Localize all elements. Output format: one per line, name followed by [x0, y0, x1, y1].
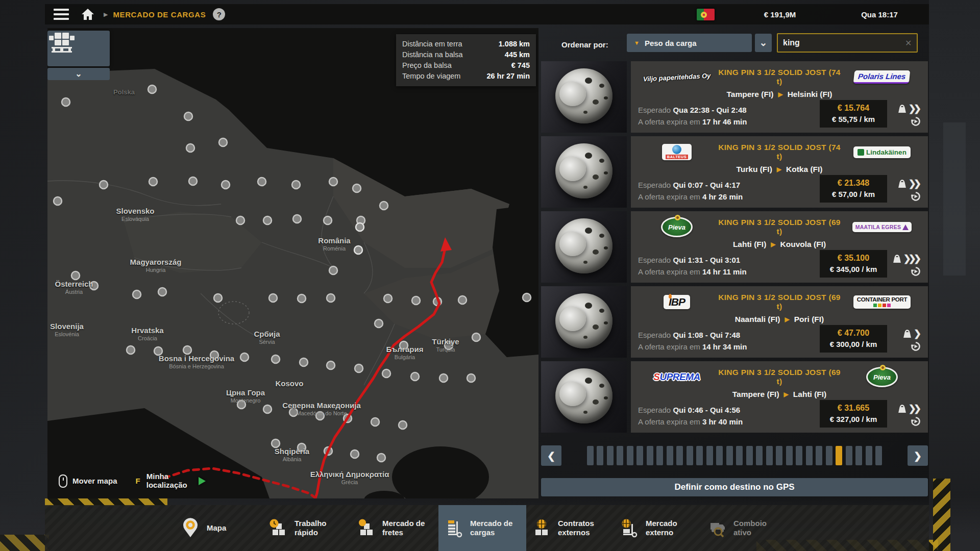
- my-location-icon: [199, 477, 206, 485]
- nav-item-external-market[interactable]: Mercado externo: [614, 505, 702, 551]
- offer-price: € 47.700: [824, 328, 883, 339]
- page-bar[interactable]: [617, 446, 623, 465]
- sender-company-logo: SUPREMA: [638, 365, 716, 389]
- page-bar[interactable]: [786, 446, 793, 465]
- garage-background: [929, 0, 980, 551]
- sender-company-logo: Pieva: [638, 215, 716, 239]
- page-bar[interactable]: [776, 446, 782, 465]
- bottom-nav: Mapa Trabalho rápido Mercado de fretes: [45, 505, 929, 551]
- page-bar[interactable]: [607, 446, 614, 465]
- page-bar[interactable]: [766, 446, 773, 465]
- external-market-icon: [619, 518, 640, 538]
- page-bar[interactable]: [696, 446, 703, 465]
- page-bar[interactable]: [816, 446, 822, 465]
- cargo-offer-row[interactable]: Viljo paperitehdas Oy KING PIN 3 1/2 SOL…: [541, 61, 928, 133]
- route-arrow-icon: ▶: [784, 391, 789, 398]
- home-icon[interactable]: [79, 7, 96, 22]
- sender-company-logo: Viljo paperitehdas Oy: [638, 65, 716, 89]
- page-bar[interactable]: [687, 446, 693, 465]
- cargo-title: KING PIN 3 1/2 SOLID JOST (74 t): [716, 68, 843, 86]
- clear-search-icon[interactable]: ✕: [900, 38, 917, 48]
- search-box: ✕: [777, 33, 918, 53]
- game-datetime: Qua 18:17: [849, 4, 910, 24]
- top-bar: ▶ MERCADO DE CARGAS ? € 191,9M Qua 18:17: [45, 4, 929, 24]
- sort-dropdown-expand-button[interactable]: ⌄: [755, 34, 772, 52]
- page-bar[interactable]: [736, 446, 743, 465]
- page-bar[interactable]: [826, 446, 832, 465]
- urgency-icon: ❯❯❯: [903, 253, 921, 264]
- page-bar[interactable]: [706, 446, 713, 465]
- help-button[interactable]: ?: [213, 8, 225, 20]
- route-map[interactable]: Polska Česká republikaRepública Tcheca S…: [47, 28, 538, 498]
- search-input[interactable]: [778, 38, 900, 47]
- hazard-stripe: [0, 535, 49, 551]
- prev-page-button[interactable]: ❮: [541, 445, 561, 466]
- route-cities: Lahti (FI)▶Kouvola (FI): [638, 239, 921, 250]
- sender-company-logo: BALTEUS: [638, 140, 716, 164]
- nav-item-quick-job[interactable]: Trabalho rápido: [263, 505, 351, 551]
- nav-item-map[interactable]: Mapa: [175, 505, 263, 551]
- receiver-company-logo: Pieva: [843, 365, 921, 389]
- page-bar[interactable]: [836, 446, 842, 465]
- price-box: € 21.348 € 57,00 / km: [820, 175, 887, 203]
- page-bar[interactable]: [636, 446, 643, 465]
- my-location-label[interactable]: Minha localização: [146, 472, 193, 489]
- page-bar[interactable]: [875, 446, 882, 465]
- cargo-weight-icon: [898, 104, 906, 114]
- pagination-bars: [567, 446, 902, 465]
- origin-city: Lahti (FI): [733, 240, 766, 249]
- recurring-job-icon: [911, 116, 921, 127]
- page-bar[interactable]: [647, 446, 653, 465]
- nav-item-freight-market[interactable]: Mercado de fretes: [351, 505, 438, 551]
- page-bar[interactable]: [806, 446, 813, 465]
- sender-company-logo: IBP: [638, 290, 716, 314]
- page-bar[interactable]: [587, 446, 594, 465]
- menu-icon[interactable]: [54, 9, 69, 20]
- page-bar[interactable]: [726, 446, 733, 465]
- destination-city: Helsinki (FI): [788, 90, 832, 99]
- nav-item-cargo-market[interactable]: Mercado de cargas: [438, 505, 526, 551]
- route-info-box: Distância em terra1.088 km Distância na …: [396, 34, 536, 86]
- page-bar[interactable]: [866, 446, 872, 465]
- page-bar[interactable]: [846, 446, 852, 465]
- destination-city: Kouvola (FI): [780, 240, 826, 249]
- page-bar[interactable]: [716, 446, 723, 465]
- cargo-offer-row[interactable]: BALTEUS KING PIN 3 1/2 SOLID JOST (74 t)…: [541, 136, 928, 208]
- hotkey-f: F: [136, 477, 140, 485]
- nav-item-active-convoy[interactable]: Comboio ativo: [702, 505, 790, 551]
- destination-city: Kotka (FI): [786, 165, 822, 174]
- page-bar[interactable]: [656, 446, 663, 465]
- price-per-km: € 57,00 / km: [824, 189, 883, 200]
- cargo-offer-row[interactable]: SUPREMA KING PIN 3 1/2 SOLID JOST (69 t)…: [541, 361, 928, 433]
- page-bar[interactable]: [855, 446, 862, 465]
- set-gps-destination-button[interactable]: Definir como destino no GPS: [541, 478, 928, 496]
- destination-city: Lahti (FI): [793, 390, 826, 399]
- next-page-button[interactable]: ❯: [908, 445, 928, 466]
- page-bar[interactable]: [627, 446, 633, 465]
- page-bar[interactable]: [676, 446, 683, 465]
- page-bar[interactable]: [746, 446, 753, 465]
- cargo-offer-row[interactable]: Pieva KING PIN 3 1/2 SOLID JOST (69 t) M…: [541, 211, 928, 283]
- nav-item-external-contracts[interactable]: Contratos externos: [526, 505, 614, 551]
- cargo-title: KING PIN 3 1/2 SOLID JOST (69 t): [716, 368, 843, 386]
- origin-city: Tampere (FI): [727, 90, 774, 99]
- origin-city: Tampere (FI): [732, 390, 779, 399]
- player-money: € 191,9M: [749, 4, 811, 24]
- pagination: ❮ ❯: [541, 445, 928, 466]
- cargo-offer-row[interactable]: IBP KING PIN 3 1/2 SOLID JOST (69 t) CON…: [541, 286, 928, 358]
- sort-selected-value: Peso da carga: [645, 39, 697, 47]
- collapse-cargo-filter-button[interactable]: ⌄: [47, 68, 110, 80]
- price-box: € 15.764 € 55,75 / km: [820, 100, 887, 128]
- cargo-title: KING PIN 3 1/2 SOLID JOST (69 t): [716, 218, 843, 236]
- page-bar[interactable]: [667, 446, 673, 465]
- sort-dropdown[interactable]: ▼ Peso da carga: [627, 34, 752, 52]
- urgency-icon: ❯❯: [909, 403, 921, 414]
- external-contracts-icon: [531, 518, 552, 538]
- king-pin-image: [555, 143, 612, 198]
- cargo-type-button[interactable]: [47, 31, 110, 66]
- route-arrow-icon: ▶: [777, 166, 781, 173]
- page-bar[interactable]: [796, 446, 802, 465]
- page-bar[interactable]: [756, 446, 763, 465]
- cargo-thumbnail: [541, 286, 627, 358]
- page-bar[interactable]: [597, 446, 603, 465]
